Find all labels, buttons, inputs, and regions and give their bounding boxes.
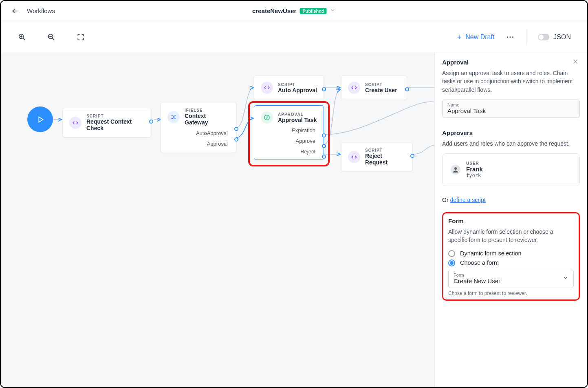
radio-icon [448,259,455,266]
branch-icon [167,111,180,123]
svg-point-2 [507,36,508,38]
form-section-highlight: Form Allow dynamic form selection or cho… [442,212,580,301]
status-badge: Published [300,8,327,14]
check-circle-icon [261,111,273,124]
node-title: Request Context Check [86,118,144,131]
chevron-down-icon [563,275,568,282]
node-reject-request[interactable]: SCRIPT Reject Request [341,142,412,172]
node-title: Approval Task [278,117,317,123]
approvers-desc: Add users and roles who can approve the … [442,140,580,148]
output-reject: Reject [254,146,324,157]
node-title: Context Gateway [185,113,229,126]
name-field[interactable]: Name Approval Task [442,100,580,118]
svg-point-4 [512,36,513,38]
svg-point-3 [510,36,511,38]
form-select[interactable]: Form Create New User [448,270,574,288]
topbar: Workflows createNewUser Published [1,1,587,21]
branch-approval: Approval [161,139,236,149]
svg-point-6 [454,167,457,170]
node-type: SCRIPT [365,148,405,153]
radio-choose-label: Choose a form [460,259,499,266]
close-icon[interactable] [572,58,579,67]
node-type: SCRIPT [86,114,144,118]
workflow-name: createNewUser [252,7,296,14]
new-draft-button[interactable]: New Draft [456,33,494,41]
name-value: Approval Task [447,107,575,114]
main: SCRIPT Request Context Check IF/ELSE Con… [1,53,587,387]
zoom-out-icon[interactable] [46,32,56,42]
breadcrumb[interactable]: Workflows [27,7,55,14]
start-node[interactable] [27,106,53,132]
code-icon [261,82,273,94]
toggle-switch[interactable] [538,34,549,40]
node-auto-approval[interactable]: SCRIPT Auto Approval [254,75,324,100]
more-icon[interactable] [506,33,515,42]
workflow-title-group[interactable]: createNewUser Published [252,7,336,15]
radio-choose[interactable]: Choose a form [448,259,574,266]
fullscreen-icon[interactable] [76,32,86,42]
new-draft-label: New Draft [465,33,494,41]
form-desc: Allow dynamic form selection or choose a… [448,228,574,244]
code-icon [69,117,81,129]
node-title: Auto Approval [278,87,317,93]
avatar-icon [451,165,460,175]
code-icon [348,82,360,94]
canvas[interactable]: SCRIPT Request Context Check IF/ELSE Con… [1,53,434,387]
code-icon [348,151,360,163]
approver-card[interactable]: USER Frank fyork [442,153,580,186]
node-type: IF/ELSE [185,108,229,113]
node-type: SCRIPT [365,82,397,87]
toolbar: New Draft JSON [1,21,587,53]
node-type: APPROVAL [278,112,317,117]
approver-login: fyork [466,173,483,178]
or-text: Or [442,197,450,203]
define-script-link[interactable]: define a script [450,197,485,203]
back-icon[interactable] [11,7,20,16]
side-panel: Approval Assign an approval task to user… [434,53,587,387]
form-heading: Form [448,217,574,224]
panel-desc: Assign an approval task to users and rol… [442,69,580,94]
node-title: Reject Request [365,153,405,166]
panel-title: Approval [442,59,580,66]
json-toggle[interactable]: JSON [538,33,571,41]
json-label: JSON [553,33,571,41]
branch-autoapproval: AutoApproval [161,128,236,139]
form-select-label: Form [454,273,568,277]
form-select-value: Create New User [454,277,568,284]
node-create-user[interactable]: SCRIPT Create User [341,75,407,100]
zoom-in-icon[interactable] [17,32,27,42]
svg-point-5 [264,115,269,120]
name-label: Name [447,102,575,107]
node-title: Create User [365,87,397,93]
node-type: SCRIPT [278,82,317,87]
output-expiration: Expiration [254,125,324,136]
node-context-gateway[interactable]: IF/ELSE Context Gateway AutoApproval App… [161,102,236,153]
output-approve: Approve [254,136,324,146]
node-approval-task[interactable]: APPROVAL Approval Task Expiration Approv… [254,105,324,160]
form-helper: Chose a form to present to reviewer. [448,290,574,296]
approver-kind: USER [466,161,483,166]
approver-name: Frank [466,166,483,173]
node-request-context[interactable]: SCRIPT Request Context Check [62,108,151,137]
radio-icon [448,250,455,257]
radio-dynamic-label: Dynamic form selection [460,250,522,257]
chevron-down-icon [330,7,336,15]
separator [526,29,526,45]
approvers-heading: Approvers [442,129,580,136]
radio-dynamic[interactable]: Dynamic form selection [448,250,574,257]
